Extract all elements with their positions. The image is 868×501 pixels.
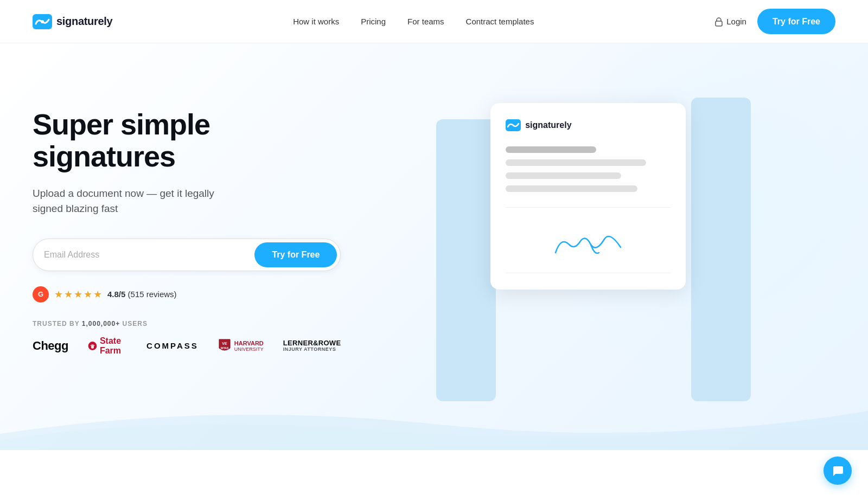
navbar: signaturely How it works Pricing For tea… bbox=[0, 0, 868, 43]
hero-title: Super simple signatures bbox=[33, 108, 341, 173]
doc-logo-text: signaturely bbox=[525, 120, 571, 130]
bg-panel-right bbox=[691, 98, 751, 401]
svg-text:VE: VE bbox=[222, 342, 227, 345]
hero-section: Super simple signatures Upload a documen… bbox=[0, 43, 868, 450]
nav-links: How it works Pricing For teams Contract … bbox=[293, 17, 534, 27]
doc-line-1 bbox=[506, 146, 596, 153]
document-card: signaturely bbox=[490, 103, 686, 290]
statefarm-logo: State Farm bbox=[88, 336, 127, 356]
star-5: ★ bbox=[93, 288, 102, 300]
nav-how-it-works[interactable]: How it works bbox=[293, 17, 339, 26]
statefarm-icon bbox=[88, 338, 97, 354]
nav-for-teams[interactable]: For teams bbox=[407, 17, 444, 26]
star-2: ★ bbox=[64, 288, 73, 300]
g2-badge: G bbox=[33, 286, 49, 303]
nav-right: Login Try for Free bbox=[714, 9, 835, 34]
logo-text: signaturely bbox=[56, 15, 112, 28]
signature-area bbox=[506, 223, 671, 266]
nav-pricing[interactable]: Pricing bbox=[361, 17, 386, 26]
svg-point-1 bbox=[41, 20, 44, 23]
nav-try-free-button[interactable]: Try for Free bbox=[757, 9, 835, 34]
harvard-logo: VE RITAS HARVARD UNIVERSITY bbox=[218, 338, 264, 354]
star-3: ★ bbox=[74, 288, 82, 300]
hero-subtitle: Upload a document now — get it legally s… bbox=[33, 186, 341, 217]
form-try-free-button[interactable]: Try for Free bbox=[254, 242, 337, 267]
doc-logo-icon bbox=[506, 119, 521, 131]
lerner-rowe-logo: LERNER&ROWE INJURY ATTORNEYS bbox=[283, 339, 341, 352]
svg-text:RITAS: RITAS bbox=[220, 346, 228, 350]
svg-rect-2 bbox=[716, 21, 722, 26]
chegg-logo: Chegg bbox=[33, 339, 68, 353]
hero-left: Super simple signatures Upload a documen… bbox=[33, 76, 341, 356]
star-1: ★ bbox=[54, 288, 63, 300]
doc-line-4 bbox=[506, 185, 637, 192]
hero-right: signaturely bbox=[341, 76, 835, 428]
rating-row: G ★ ★ ★ ★ ★ 4.8/5 (515 reviews) bbox=[33, 286, 341, 303]
nav-contract-templates[interactable]: Contract templates bbox=[466, 17, 534, 26]
lock-icon bbox=[714, 17, 723, 27]
compass-logo: COMPASS bbox=[146, 341, 199, 350]
email-input[interactable] bbox=[44, 250, 254, 260]
doc-container: signaturely bbox=[452, 87, 724, 401]
trusted-logos: Chegg State Farm COMPASS VE RITAS bbox=[33, 336, 341, 356]
email-form: Try for Free bbox=[33, 239, 341, 271]
doc-header: signaturely bbox=[506, 119, 671, 131]
star-4: ★ bbox=[84, 288, 92, 300]
signature-svg bbox=[545, 226, 631, 264]
trusted-label: TRUSTED BY 1,000,000+ USERS bbox=[33, 320, 341, 327]
doc-bottom-line bbox=[506, 273, 671, 273]
stars: ★ ★ ★ ★ ★ bbox=[54, 288, 102, 300]
bg-panel-left bbox=[436, 119, 496, 401]
harvard-shield-icon: VE RITAS bbox=[218, 338, 231, 354]
doc-divider bbox=[506, 207, 671, 208]
rating-score: 4.8/5 (515 reviews) bbox=[107, 290, 177, 299]
trusted-section: TRUSTED BY 1,000,000+ USERS Chegg State … bbox=[33, 320, 341, 356]
logo-icon bbox=[33, 14, 52, 29]
logo[interactable]: signaturely bbox=[33, 14, 112, 29]
doc-line-3 bbox=[506, 172, 621, 179]
doc-line-2 bbox=[506, 159, 646, 166]
login-button[interactable]: Login bbox=[714, 17, 746, 27]
